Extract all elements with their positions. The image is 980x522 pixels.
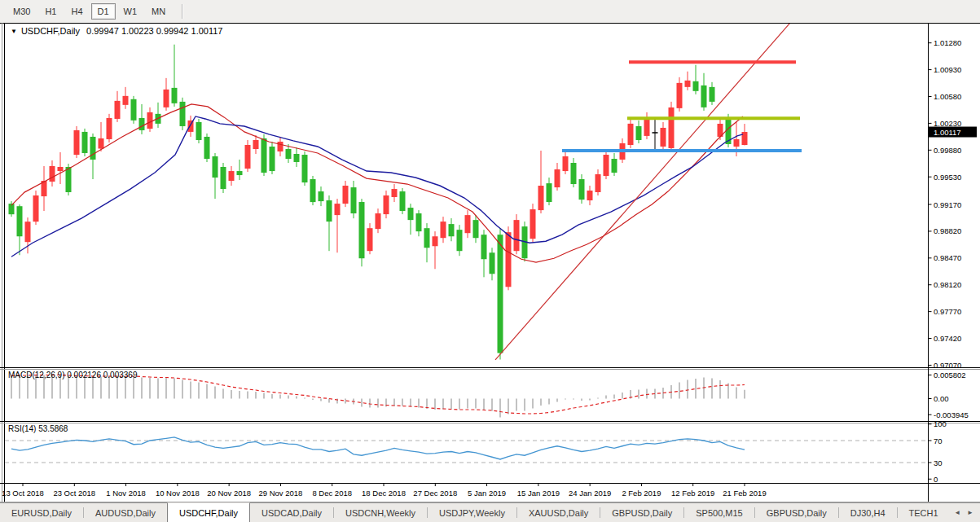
chart-title: ▼USDCHF,Daily0.99947 1.00223 0.99942 1.0… bbox=[11, 26, 222, 36]
chart-canvas[interactable]: 1.012801.009301.005801.002300.998800.995… bbox=[0, 0, 980, 522]
chart-tab-usdjpy-5[interactable]: USDJPY,Weekly bbox=[428, 503, 516, 522]
rsi-name: RSI(14) bbox=[8, 424, 36, 433]
chart-tab-eurusd-0[interactable]: EURUSD,Daily bbox=[0, 503, 83, 522]
date-tick-label: 29 Nov 2018 bbox=[258, 489, 302, 498]
timeframe-button-m30[interactable]: M30 bbox=[7, 3, 37, 20]
price-tick-label: 0.98470 bbox=[934, 253, 961, 262]
chart-tab-bar: EURUSD,DailyAUDUSD,DailyUSDCHF,DailyUSDC… bbox=[0, 502, 980, 522]
macd-signal-value: 0.003369 bbox=[103, 371, 138, 379]
timeframe-button-w1[interactable]: W1 bbox=[117, 3, 144, 20]
date-tick-label: 10 Nov 2018 bbox=[156, 489, 200, 498]
chart-tab-usdcnh-4[interactable]: USDCNH,Weekly bbox=[334, 503, 427, 522]
date-tick-label: 27 Dec 2018 bbox=[413, 489, 457, 498]
ohlc-low: 0.99942 bbox=[156, 26, 189, 36]
macd-tick-label: -0.003945 bbox=[934, 410, 969, 419]
macd-indicator-label: MACD(12,26,9) 0.002126 0.003369 bbox=[8, 371, 137, 379]
timeframe-toolbar: M30H1H4D1W1MN bbox=[0, 0, 980, 23]
chart-dropdown-icon[interactable]: ▼ bbox=[11, 28, 17, 35]
tab-scroll-left-icon[interactable]: ◄ bbox=[951, 507, 964, 518]
price-tick-label: 0.97770 bbox=[934, 307, 961, 316]
current-price-tag: 1.00117 bbox=[929, 127, 977, 138]
chart-tab-usdcad-3[interactable]: USDCAD,Daily bbox=[250, 503, 333, 522]
rsi-value: 53.5868 bbox=[38, 424, 68, 433]
macd-value: 0.002126 bbox=[67, 371, 101, 379]
price-tick-label: 1.00230 bbox=[934, 119, 961, 128]
price-tick-label: 0.99530 bbox=[934, 173, 961, 182]
price-tick-label: 0.98820 bbox=[934, 226, 961, 235]
ohlc-open: 0.99947 bbox=[86, 26, 119, 36]
date-tick-label: 8 Dec 2018 bbox=[312, 489, 352, 498]
date-tick-label: 1 Nov 2018 bbox=[106, 489, 146, 498]
price-tick-label: 0.98120 bbox=[934, 280, 961, 289]
chart-tab-usdchf-2[interactable]: USDCHF,Daily bbox=[167, 502, 250, 522]
price-tick-label: 1.00930 bbox=[934, 65, 961, 74]
macd-tick-label: 0.00 bbox=[934, 394, 949, 403]
rsi-indicator-label: RSI(14) 53.5868 bbox=[8, 424, 68, 433]
timeframe-button-h1[interactable]: H1 bbox=[38, 3, 63, 20]
date-tick-label: 24 Jan 2019 bbox=[569, 489, 611, 498]
rsi-tick-label: 100 bbox=[934, 419, 947, 428]
symbol-period-label: USDCHF,Daily bbox=[21, 26, 80, 36]
ohlc-high: 1.00223 bbox=[121, 26, 154, 36]
price-tick-label: 0.97420 bbox=[934, 334, 961, 343]
date-tick-label: 2 Feb 2019 bbox=[622, 489, 661, 498]
timeframe-button-mn[interactable]: MN bbox=[145, 3, 172, 20]
date-tick-label: 20 Nov 2018 bbox=[207, 489, 251, 498]
rsi-tick-label: 0 bbox=[934, 475, 938, 484]
rsi-tick-label: 70 bbox=[934, 436, 943, 445]
date-tick-label: 23 Oct 2018 bbox=[53, 489, 95, 498]
chart-tab-xauusd-6[interactable]: XAUUSD,Daily bbox=[517, 503, 600, 522]
ohlc-close: 1.00117 bbox=[191, 26, 223, 36]
date-tick-label: 13 Oct 2018 bbox=[2, 489, 44, 498]
date-tick-label: 18 Dec 2018 bbox=[362, 489, 406, 498]
macd-name: MACD(12,26,9) bbox=[8, 371, 64, 379]
tab-scroll-right-icon[interactable]: ► bbox=[964, 507, 977, 518]
date-tick-label: 15 Jan 2019 bbox=[517, 489, 560, 498]
rsi-tick-label: 30 bbox=[934, 458, 943, 467]
chart-tab-gbpusd-9[interactable]: GBPUSD,Daily bbox=[755, 503, 838, 522]
toolbar-separator bbox=[182, 4, 183, 19]
chart-tab-tech1-11[interactable]: TECH1 bbox=[898, 503, 950, 522]
price-tick-label: 0.99880 bbox=[934, 146, 961, 155]
date-tick-label: 12 Feb 2019 bbox=[671, 489, 714, 498]
price-tick-label: 0.99170 bbox=[934, 200, 961, 209]
price-tick-label: 0.97070 bbox=[934, 361, 961, 370]
timeframe-button-d1[interactable]: D1 bbox=[91, 3, 116, 20]
date-tick-label: 5 Jan 2019 bbox=[468, 489, 506, 498]
price-tick-label: 1.01280 bbox=[934, 38, 961, 47]
tab-scroll-arrows: ◄► bbox=[951, 503, 980, 522]
price-tick-label: 1.00580 bbox=[934, 92, 961, 101]
chart-tab-audusd-1[interactable]: AUDUSD,Daily bbox=[84, 503, 167, 522]
macd-tick-label: 0.005802 bbox=[934, 371, 966, 379]
date-tick-label: 21 Feb 2019 bbox=[723, 489, 766, 498]
chart-tab-sp500-8[interactable]: SP500,M15 bbox=[684, 503, 754, 522]
chart-tab-dj30-10[interactable]: DJ30,H4 bbox=[839, 503, 897, 522]
svg-text:1.00117: 1.00117 bbox=[934, 128, 961, 137]
timeframe-button-h4[interactable]: H4 bbox=[64, 3, 89, 20]
chart-tab-gbpusd-7[interactable]: GBPUSD,Daily bbox=[600, 503, 683, 522]
application-window: 1.012801.009301.005801.002300.998800.995… bbox=[0, 0, 980, 522]
